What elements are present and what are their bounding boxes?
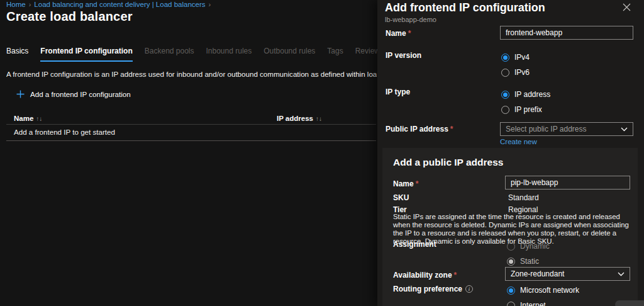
public-ip-dropdown[interactable]: Select public IP address	[500, 122, 633, 136]
radio-selected-icon	[507, 286, 515, 295]
required-asterisk: *	[454, 271, 457, 280]
tab-basics[interactable]: Basics	[6, 47, 28, 62]
availability-zone-label: Availability zone*	[393, 271, 457, 280]
sort-arrows-icon: ↑↓	[316, 115, 322, 122]
column-header-ip-address[interactable]: IP address↑↓	[277, 115, 322, 122]
tab-outbound-rules[interactable]: Outbound rules	[264, 47, 315, 62]
breadcrumb-separator: ›	[29, 1, 31, 8]
add-frontend-ip-button[interactable]: Add a frontend IP configuration	[16, 90, 131, 98]
public-ip-name-input[interactable]	[505, 176, 630, 190]
required-asterisk: *	[416, 179, 419, 188]
tab-frontend-ip-configuration[interactable]: Frontend IP configuration	[40, 47, 132, 62]
radio-selected-disabled-icon	[507, 258, 515, 266]
radio-ip-address[interactable]: IP address	[501, 90, 550, 99]
info-icon[interactable]	[465, 285, 473, 293]
breadcrumb: Home›Load balancing and content delivery…	[6, 1, 214, 8]
radio-selected-icon	[501, 54, 509, 62]
ip-type-label: IP type	[386, 88, 410, 96]
table-header-divider	[6, 124, 376, 125]
sku-value: Standard	[508, 193, 539, 202]
table-empty-row: Add a frontend IP to get started	[14, 128, 115, 136]
close-panel-button[interactable]	[621, 2, 631, 12]
add-public-ip-card: Add a public IP address Name* SKU Standa…	[382, 148, 638, 306]
radio-label: Dynamic	[520, 242, 550, 251]
assignment-label: Assignment	[393, 240, 436, 249]
wizard-tabs: Basics Frontend IP configuration Backend…	[6, 47, 409, 62]
radio-dynamic: Dynamic	[507, 242, 550, 251]
breadcrumb-section-link[interactable]: Load balancing and content delivery | Lo…	[34, 1, 205, 8]
plus-icon	[16, 90, 25, 98]
column-label: IP address	[277, 115, 313, 122]
radio-label: Internet	[520, 301, 546, 306]
frontend-name-input[interactable]	[500, 26, 633, 40]
radio-unselected-icon	[501, 106, 509, 114]
close-icon	[623, 3, 631, 11]
pip-name-label: Name*	[393, 179, 418, 188]
sku-label: SKU	[393, 193, 409, 202]
tab-backend-pools[interactable]: Backend pools	[145, 47, 194, 62]
add-frontend-ip-label: Add a frontend IP configuration	[30, 90, 131, 98]
ip-version-label: IP version	[386, 51, 421, 60]
dropdown-placeholder: Select public IP address	[506, 125, 621, 133]
breadcrumb-separator: ›	[209, 1, 211, 8]
radio-label: IP prefix	[514, 105, 542, 114]
page-title: Create load balancer	[6, 9, 133, 24]
radio-ip-prefix[interactable]: IP prefix	[501, 105, 542, 114]
column-label: Name	[14, 115, 33, 122]
radio-unselected-icon	[501, 69, 509, 77]
breadcrumb-home-link[interactable]: Home	[6, 1, 26, 8]
more-menu-button[interactable]: ...	[118, 13, 127, 22]
radio-ipv6[interactable]: IPv6	[501, 68, 530, 77]
radio-static: Static	[507, 257, 539, 266]
radio-ipv4[interactable]: IPv4	[501, 53, 530, 62]
panel-subtitle: lb-webapp-demo	[385, 16, 436, 23]
availability-zone-dropdown[interactable]: Zone-redundant	[505, 267, 630, 281]
radio-unselected-icon	[507, 302, 515, 306]
radio-selected-icon	[501, 91, 509, 99]
add-frontend-ip-panel: Add frontend IP configuration lb-webapp-…	[377, 0, 644, 306]
radio-label: IP address	[514, 90, 550, 99]
radio-label: Microsoft network	[520, 286, 579, 295]
radio-label: Static	[520, 257, 539, 266]
routing-preference-label: Routing preference	[393, 285, 473, 293]
tab-tags[interactable]: Tags	[327, 47, 343, 62]
chevron-down-icon	[618, 272, 625, 276]
required-asterisk: *	[450, 125, 453, 133]
tab-inbound-rules[interactable]: Inbound rules	[206, 47, 252, 62]
column-header-name[interactable]: Name↑↓	[14, 115, 42, 122]
radio-microsoft-network[interactable]: Microsoft network	[507, 286, 579, 295]
radio-disabled-icon	[507, 242, 515, 251]
create-new-link[interactable]: Create new	[500, 138, 537, 145]
sort-arrows-icon: ↑↓	[36, 115, 42, 122]
scrollbar-thumb[interactable]	[615, 300, 644, 306]
chevron-down-icon	[621, 127, 628, 132]
radio-label: IPv4	[514, 53, 530, 62]
name-field-label: Name*	[386, 29, 411, 38]
dropdown-value: Zone-redundant	[511, 269, 618, 278]
frontend-ip-description: A frontend IP configuration is an IP add…	[6, 70, 377, 78]
required-asterisk: *	[408, 29, 411, 38]
public-ip-label: Public IP address*	[386, 125, 453, 133]
table-row-divider	[6, 140, 376, 141]
panel-title: Add frontend IP configuration	[385, 1, 545, 14]
card-title: Add a public IP address	[393, 157, 503, 168]
radio-internet[interactable]: Internet	[507, 301, 546, 306]
create-load-balancer-page: Home›Load balancing and content delivery…	[0, 0, 377, 306]
azure-portal-screen: Home›Load balancing and content delivery…	[0, 0, 644, 306]
radio-label: IPv6	[514, 68, 530, 77]
